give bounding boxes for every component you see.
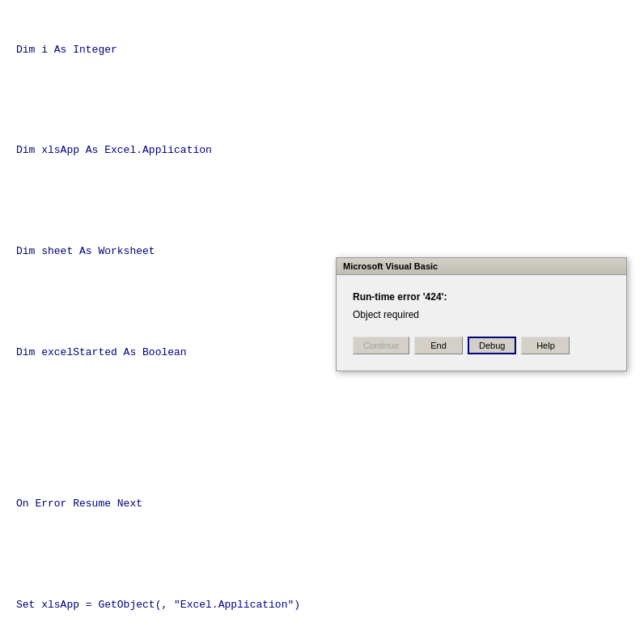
help-button[interactable]: Help [521,337,570,354]
code-line [16,446,628,463]
end-button[interactable]: End [414,337,463,354]
code-line [16,193,628,210]
debug-button[interactable]: Debug [468,337,516,354]
dialog-error-msg: Object required [353,309,610,320]
continue-button[interactable]: Continue [353,337,409,354]
dialog-error-title: Run-time error '424': [353,291,610,303]
code-line [16,395,628,412]
dialog-buttons: Continue End Debug Help [353,337,610,362]
code-line: Dim xlsApp As Excel.Application [16,142,628,159]
code-line [16,92,628,109]
code-line: Dim i As Integer [16,42,628,59]
code-line [16,547,628,564]
dialog-body: Run-time error '424': Object required Co… [337,275,626,371]
code-line: Set xlsApp = GetObject(, "Excel.Applicat… [16,597,628,614]
code-line: On Error Resume Next [16,496,628,513]
error-dialog: Microsoft Visual Basic Run-time error '4… [336,257,627,371]
dialog-titlebar: Microsoft Visual Basic [337,258,626,275]
dialog-title: Microsoft Visual Basic [343,261,438,271]
